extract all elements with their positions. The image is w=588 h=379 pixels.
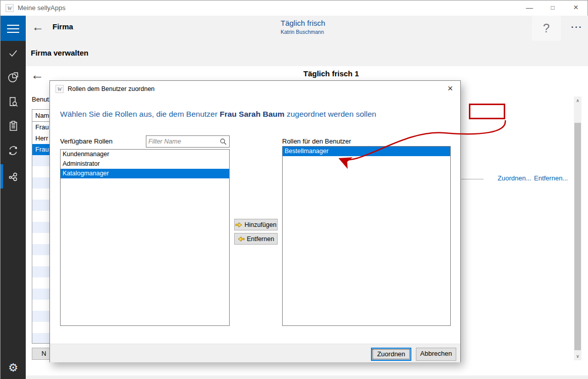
maximize-button[interactable]: □: [541, 1, 564, 16]
table-row[interactable]: [32, 289, 50, 300]
available-roles-list[interactable]: KundenmanagerAdministratorKatalogmanager: [60, 149, 230, 326]
table-row[interactable]: [32, 166, 50, 177]
header-title: Firma: [52, 22, 73, 31]
add-role-label: Hinzufügen: [244, 221, 276, 228]
table-row[interactable]: [32, 311, 50, 322]
sync-icon[interactable]: [1, 138, 26, 162]
assigned-roles-label: Rollen für den Benutzer: [282, 137, 351, 145]
available-roles-label: Verfügbare Rollen: [60, 137, 113, 145]
title-bar: W Meine sellyApps — □ ×: [1, 1, 587, 16]
filter-input[interactable]: [146, 136, 218, 147]
company-name: Täglich frisch: [281, 19, 432, 27]
table-row[interactable]: [32, 266, 50, 277]
list-item[interactable]: Katalogmanager: [61, 169, 229, 178]
assign-link[interactable]: Zuordnen...: [498, 174, 531, 182]
table-row[interactable]: [32, 155, 50, 166]
assigned-roles-list[interactable]: Bestellmanager: [282, 146, 451, 326]
scroll-down-icon[interactable]: ∨: [574, 352, 581, 360]
search-icon: [220, 138, 227, 146]
user-name: Katrin Buschmann: [281, 29, 432, 35]
table-row[interactable]: [32, 233, 50, 244]
table-row[interactable]: Herr N: [32, 133, 50, 144]
assign-confirm-button[interactable]: Zuordnen: [371, 348, 411, 361]
table-row[interactable]: [32, 333, 50, 344]
list-item[interactable]: Bestellmanager: [283, 147, 450, 156]
help-button[interactable]: ?: [532, 16, 561, 41]
instruction-pre: Wählen Sie die Rollen aus, die dem Benut…: [60, 110, 220, 118]
arrow-right-icon: [235, 221, 242, 228]
table-row[interactable]: [32, 177, 50, 188]
dialog-close-icon[interactable]: ×: [440, 81, 460, 97]
instruction-user-name: Frau Sarah Baum: [220, 110, 284, 118]
table-row[interactable]: [32, 244, 50, 255]
dialog-title: Rollen dem Benutzer zuordnen: [68, 81, 154, 97]
pie-chart-icon[interactable]: [1, 65, 26, 89]
sidebar: ⚙: [1, 16, 26, 379]
check-icon[interactable]: [1, 41, 26, 65]
back-arrow-icon[interactable]: ←: [32, 20, 44, 34]
window-title: Meine sellyApps: [18, 1, 66, 16]
remove-role-label: Entfernen: [247, 235, 274, 243]
table-row[interactable]: [32, 300, 50, 311]
app-window: W Meine sellyApps — □ × ⚙ ← Firma Täglic…: [0, 0, 588, 379]
table-row[interactable]: [32, 322, 50, 333]
table-row[interactable]: [32, 222, 50, 233]
more-options-button[interactable]: ···: [567, 16, 587, 41]
clipboard-icon[interactable]: [1, 114, 26, 138]
assign-roles-dialog: W Rollen dem Benutzer zuordnen × Wählen …: [49, 80, 461, 362]
table-row[interactable]: [32, 200, 50, 211]
content-back-arrow-icon[interactable]: ←: [31, 67, 44, 83]
minimize-button[interactable]: —: [518, 1, 541, 16]
hamburger-menu-icon[interactable]: [1, 16, 26, 41]
dialog-app-icon: W: [56, 85, 64, 93]
users-section-label: Benutz: [32, 96, 49, 103]
dialog-instruction: Wählen Sie die Rollen aus, die dem Benut…: [60, 110, 376, 119]
table-row[interactable]: [32, 277, 50, 289]
filter-field-wrap: [146, 135, 230, 148]
vertical-scrollbar[interactable]: ∧ ∨: [574, 97, 581, 360]
company-user-block: Täglich frisch Katrin Buschmann: [281, 19, 432, 35]
annotation-highlight-box: [469, 104, 505, 119]
list-item[interactable]: Administrator: [61, 159, 229, 169]
add-role-button[interactable]: Hinzufügen: [234, 219, 278, 230]
scroll-up-icon[interactable]: ∧: [574, 97, 581, 105]
app-logo-icon: W: [6, 4, 14, 12]
document-search-icon[interactable]: [1, 89, 26, 114]
window-bottom-strip: [26, 375, 588, 379]
table-row[interactable]: [32, 188, 50, 200]
scrollbar-thumb[interactable]: [574, 123, 581, 350]
close-button[interactable]: ×: [564, 1, 587, 16]
field-underline: [461, 179, 484, 179]
table-header: Name: [32, 110, 50, 122]
cancel-button[interactable]: Abbrechen: [416, 348, 456, 361]
table-row[interactable]: Frau S: [32, 144, 50, 155]
table-row[interactable]: [32, 255, 50, 266]
app-header: ← Firma Täglich frisch Katrin Buschmann …: [26, 16, 588, 41]
table-row[interactable]: Frau K: [32, 122, 50, 133]
subheader: Firma verwalten: [26, 41, 588, 66]
page-title: Täglich frisch 1: [303, 69, 359, 78]
settings-gear-icon[interactable]: ⚙: [1, 356, 26, 379]
share-icon[interactable]: [1, 164, 26, 188]
remove-role-button[interactable]: Entfernen: [234, 233, 278, 245]
users-table[interactable]: NameFrau KHerr NFrau S: [32, 109, 50, 344]
table-row[interactable]: [32, 211, 50, 222]
list-item[interactable]: Kundenmanager: [61, 150, 229, 159]
dialog-footer: Zuordnen Abbrechen: [50, 344, 460, 362]
remove-link[interactable]: Entfernen...: [534, 174, 568, 182]
instruction-post: zugeordnet werden sollen: [285, 110, 377, 118]
arrow-left-icon: [238, 235, 245, 243]
dialog-title-bar: W Rollen dem Benutzer zuordnen ×: [50, 81, 460, 97]
subheader-title: Firma verwalten: [31, 49, 88, 57]
